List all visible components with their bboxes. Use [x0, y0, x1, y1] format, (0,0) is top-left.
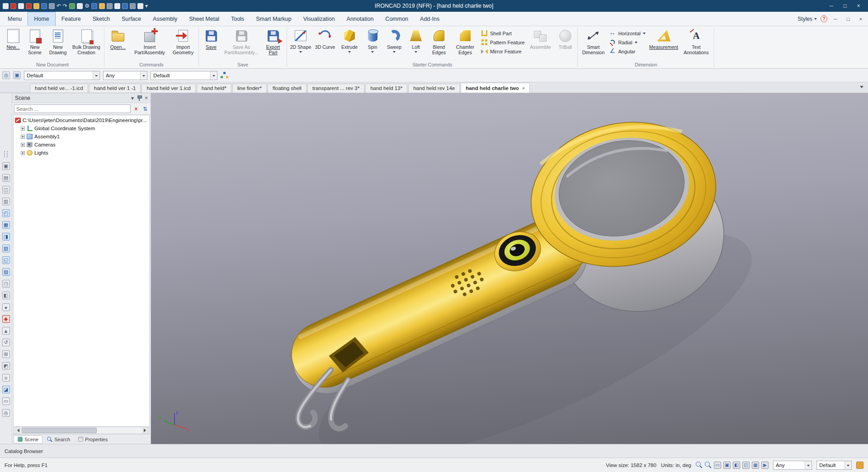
sketch-icon[interactable] — [91, 3, 97, 9]
pin-icon[interactable] — [137, 95, 142, 101]
rotate-tool-icon[interactable] — [130, 3, 136, 9]
tab-common[interactable]: Common — [379, 12, 414, 26]
horizontal-dimension-button[interactable]: Horizontal — [609, 30, 646, 37]
tab-menu[interactable]: Menu — [2, 12, 28, 26]
doc-tab[interactable]: transparent ... rev 3* — [307, 84, 364, 93]
bulk-drawing-creation-button[interactable]: Bulk Drawing Creation — [70, 27, 103, 61]
tab-smart-markup[interactable]: Smart Markup — [250, 12, 297, 26]
maximize-button[interactable]: □ — [838, 1, 852, 11]
tab-sheet-metal[interactable]: Sheet Metal — [183, 12, 225, 26]
doc-tab[interactable]: hand held ver 1 -1 — [89, 84, 141, 93]
doc-tab[interactable]: hand held ve... -1.icd — [30, 84, 88, 93]
new-document-icon[interactable] — [3, 3, 9, 9]
strip-slab-icon[interactable]: ▨ — [2, 268, 10, 276]
clear-search-icon[interactable]: × — [132, 105, 140, 113]
render-icon[interactable] — [69, 3, 75, 9]
tab-tools[interactable]: Tools — [225, 12, 250, 26]
loft-button[interactable]: Loft — [405, 27, 427, 61]
doc-minimize-icon[interactable]: ─ — [831, 16, 840, 22]
measure-tool-icon[interactable] — [137, 3, 143, 9]
status-config-combo[interactable]: Default — [816, 461, 852, 470]
save-as-part-assembly-button[interactable]: Save As Part/Assembly... — [222, 27, 261, 61]
expand-icon[interactable] — [21, 143, 25, 147]
minimize-button[interactable]: ─ — [825, 1, 838, 11]
strip-camera-icon[interactable]: ▣ — [2, 162, 10, 170]
expand-icon[interactable] — [21, 135, 25, 139]
structure-view-icon[interactable] — [221, 71, 228, 79]
spin-button[interactable]: Spin — [362, 27, 383, 61]
search-input[interactable] — [14, 104, 131, 113]
selection-filter-combo[interactable]: Any — [103, 71, 147, 80]
scroll-left-icon[interactable] — [14, 427, 21, 434]
2d-shape-button[interactable]: 2D Shape — [288, 27, 313, 61]
new-drawing-button[interactable]: New Drawing — [46, 27, 70, 61]
tree-item-cameras[interactable]: Cameras — [14, 141, 149, 149]
scene-properties-icon[interactable]: ◎ — [2, 71, 10, 79]
strip-image-icon[interactable]: ▤ — [2, 174, 10, 182]
pointer-mode-icon[interactable]: ▶ — [761, 462, 769, 469]
new-button[interactable]: New... — [2, 27, 24, 61]
doc-restore-icon[interactable]: □ — [844, 16, 853, 22]
3d-curve-button[interactable]: 3D Curve — [313, 27, 337, 61]
export-part-button[interactable]: Export Part — [261, 27, 285, 61]
save-icon[interactable] — [41, 3, 47, 9]
tab-surface[interactable]: Surface — [116, 12, 147, 26]
blend-edges-button[interactable]: Blend Edges — [427, 27, 451, 61]
settings-icon[interactable]: ⚙ — [85, 3, 90, 9]
doc-tab[interactable]: floating shell — [268, 84, 307, 93]
insert-part-assembly-button[interactable]: Insert Part/Assembly — [130, 27, 169, 61]
tab-sketch[interactable]: Sketch — [87, 12, 116, 26]
tab-feature[interactable]: Feature — [56, 12, 87, 26]
strip-cube-icon[interactable]: ◰ — [2, 209, 10, 217]
text-annotations-button[interactable]: A Text Annotations — [680, 27, 712, 61]
tree-item-assembly1[interactable]: Assembly1 — [14, 132, 149, 141]
assemble-button[interactable]: Assemble — [526, 27, 554, 61]
configuration-combo[interactable]: Default — [151, 71, 217, 80]
doc-close-icon[interactable]: × — [856, 16, 865, 22]
strip-point-icon[interactable]: ● — [2, 303, 10, 311]
sweep-button[interactable]: Sweep — [383, 27, 405, 61]
tab-scene-panel[interactable]: Scene — [14, 435, 42, 444]
pan-tool-icon[interactable] — [122, 3, 128, 9]
doc-tab[interactable]: hand held 13* — [365, 84, 407, 93]
camera-icon[interactable] — [77, 3, 83, 9]
toolbar-grip[interactable] — [4, 151, 8, 157]
doc-tab-active[interactable]: hand held charlie two × — [461, 83, 530, 93]
open-scene-icon[interactable] — [26, 3, 32, 9]
close-tab-icon[interactable]: × — [522, 84, 525, 93]
pattern-feature-button[interactable]: Pattern Feature — [481, 39, 524, 46]
panel-menu-icon[interactable]: ▾ — [131, 95, 134, 101]
triball-button[interactable]: TriBall — [554, 27, 576, 61]
radial-dimension-button[interactable]: Radial — [609, 39, 646, 46]
panel-close-icon[interactable]: × — [145, 95, 148, 101]
angular-dimension-button[interactable]: Angular — [609, 48, 646, 55]
strip-rotate-icon[interactable]: ↺ — [2, 339, 10, 346]
zoom-in-icon[interactable] — [696, 462, 703, 468]
strip-mirror-icon[interactable]: ◪ — [2, 386, 10, 393]
tab-assembly[interactable]: Assembly — [147, 12, 183, 26]
tab-list-dropdown-icon[interactable] — [860, 86, 863, 90]
sort-filter-icon[interactable]: ⇅ — [142, 105, 149, 113]
smart-dimension-button[interactable]: Smart Dimension — [579, 27, 607, 61]
scrollbar-thumb[interactable] — [22, 428, 97, 433]
strip-sketch-icon[interactable]: ▭ — [2, 397, 10, 405]
strip-cone-icon[interactable]: ▧ — [2, 245, 10, 252]
chamfer-edges-button[interactable]: Chamfer Edges — [451, 27, 479, 61]
fit-scene-icon[interactable]: ▣ — [723, 462, 731, 469]
strip-plane-icon[interactable]: ▲ — [2, 327, 10, 335]
zoom-window-icon[interactable]: ▭ — [714, 462, 721, 469]
zoom-tool-icon[interactable] — [114, 3, 120, 9]
select-cursor-icon[interactable]: ▣ — [13, 71, 21, 79]
render-mode-icon[interactable]: ◰ — [742, 462, 750, 469]
close-button[interactable]: × — [852, 1, 865, 11]
doc-tab[interactable]: hand held rev 14e — [408, 84, 460, 93]
tab-add-ins[interactable]: Add-Ins — [414, 12, 445, 26]
import-geometry-button[interactable]: Import Geometry — [169, 27, 197, 61]
strip-sphere-icon[interactable]: ◨ — [2, 233, 10, 241]
measurement-button[interactable]: Measurement — [647, 27, 680, 61]
expand-icon[interactable] — [21, 127, 25, 131]
new-scene-button[interactable]: New Scene — [24, 27, 46, 61]
catalog-browser-bar[interactable]: Catalog Browser — [0, 444, 868, 458]
scene-color-icon[interactable] — [856, 462, 863, 469]
strip-cylinder-icon[interactable]: ▦ — [2, 221, 10, 229]
